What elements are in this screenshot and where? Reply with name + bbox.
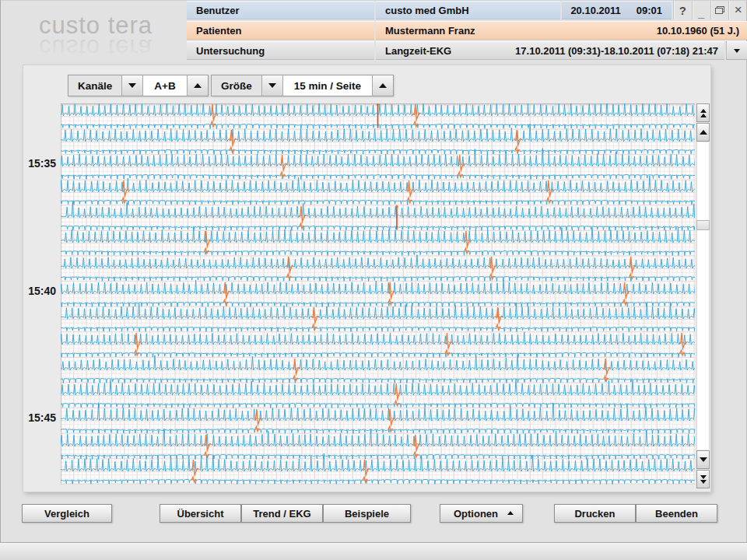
close-icon: ×: [735, 2, 742, 18]
chevron-up-icon: [379, 83, 387, 88]
vergleich-button[interactable]: Vergleich: [22, 504, 112, 523]
channels-control: Kanäle A+B: [68, 75, 209, 96]
scroll-page-down-button[interactable]: [696, 470, 710, 488]
uebersicht-button[interactable]: Übersicht: [160, 504, 241, 523]
beispiele-button[interactable]: Beispiele: [323, 504, 411, 523]
optionen-button[interactable]: Optionen: [440, 504, 523, 523]
chevron-down-icon: [734, 49, 740, 53]
size-control: Größe 15 min / Seite: [211, 75, 394, 96]
exam-date-range: 17.10.2011 (09:31)-18.10.2011 (07:18) 21…: [515, 45, 718, 57]
header-row-patient: Patienten Mustermann Franz 10.10.1960 (5…: [187, 21, 747, 40]
patient-name: Mustermann Franz: [385, 25, 475, 37]
scroll-down-button[interactable]: [696, 450, 710, 469]
exam-type: Langzeit-EKG: [385, 45, 451, 57]
time-label: 15:40: [23, 285, 56, 297]
chevron-up-icon: [194, 83, 202, 88]
channels-label: Kanäle: [68, 75, 121, 96]
time-label: 15:45: [23, 411, 56, 424]
scroll-page-up-button[interactable]: [696, 103, 710, 122]
chevron-down-icon: [128, 83, 136, 88]
ecg-paper: [61, 103, 695, 485]
size-label: Größe: [212, 75, 261, 96]
bottom-status-strip: [0, 542, 747, 560]
system-date: 20.10.2011: [570, 5, 620, 16]
up-arrow-icon: [700, 130, 707, 135]
system-time: 09:01: [637, 5, 662, 16]
restore-icon: [715, 6, 724, 14]
custo-tera-window: { "window": { "logo": "custo tera", "hel…: [0, 0, 747, 560]
down-arrow-icon: [700, 457, 707, 462]
header-row-user: Benutzer custo med GmbH 20.10.2011 09:01…: [187, 1, 747, 19]
app-logo-fade: [30, 40, 162, 67]
patienten-label: Patienten: [187, 21, 374, 40]
channels-dropdown-button[interactable]: [121, 75, 142, 96]
size-dropdown-button[interactable]: [261, 75, 282, 96]
ecg-scrollbar: [696, 103, 710, 488]
exam-info: Langzeit-EKG 17.10.2011 (09:31)-18.10.20…: [376, 41, 724, 60]
benutzer-value: custo med GmbH: [376, 1, 560, 19]
chevron-up-icon: [507, 511, 514, 515]
patient-info: Mustermann Franz 10.10.1960 (51 J.): [376, 21, 747, 40]
ecg-strip-chart[interactable]: [61, 103, 695, 485]
trend-ekg-button[interactable]: Trend / EKG: [241, 504, 323, 523]
drucken-button[interactable]: Drucken: [554, 504, 636, 523]
restore-button[interactable]: [710, 1, 729, 19]
chevron-down-icon: [268, 83, 276, 88]
minimize-icon: _: [698, 6, 704, 19]
system-datetime: 20.10.2011 09:01: [562, 1, 672, 19]
ecg-panel: Kanäle A+B Größe 15 min / Seite 15:3515:…: [23, 65, 710, 492]
minimize-button[interactable]: _: [692, 1, 710, 19]
scrollbar-track[interactable]: [696, 142, 710, 450]
beenden-button[interactable]: Beenden: [636, 504, 717, 523]
exam-select-dropdown-button[interactable]: [726, 41, 747, 60]
window-controls: ? _ ×: [673, 1, 747, 19]
scroll-up-button[interactable]: [696, 123, 710, 142]
help-button[interactable]: ?: [673, 1, 692, 19]
double-down-arrow-icon: [700, 475, 707, 479]
double-up-arrow-icon: [700, 109, 707, 113]
untersuchung-label: Untersuchung: [187, 41, 374, 60]
channels-value: A+B: [142, 75, 186, 96]
close-button[interactable]: ×: [728, 1, 747, 19]
double-down-arrow-icon: [700, 480, 707, 484]
channels-up-button[interactable]: [187, 75, 208, 96]
help-icon: ?: [679, 4, 686, 17]
scrollbar-thumb[interactable]: [696, 220, 710, 230]
size-value: 15 min / Seite: [282, 75, 372, 96]
size-up-button[interactable]: [372, 75, 393, 96]
patient-birthdate: 10.10.1960 (51 J.): [657, 25, 739, 37]
app-logo: custo tera custo tera: [30, 12, 162, 62]
time-label: 15:35: [23, 157, 56, 170]
header-row-exam: Untersuchung Langzeit-EKG 17.10.2011 (09…: [187, 41, 747, 60]
benutzer-label: Benutzer: [187, 1, 374, 19]
double-up-arrow-icon: [700, 114, 707, 117]
optionen-button-label: Optionen: [454, 508, 498, 520]
